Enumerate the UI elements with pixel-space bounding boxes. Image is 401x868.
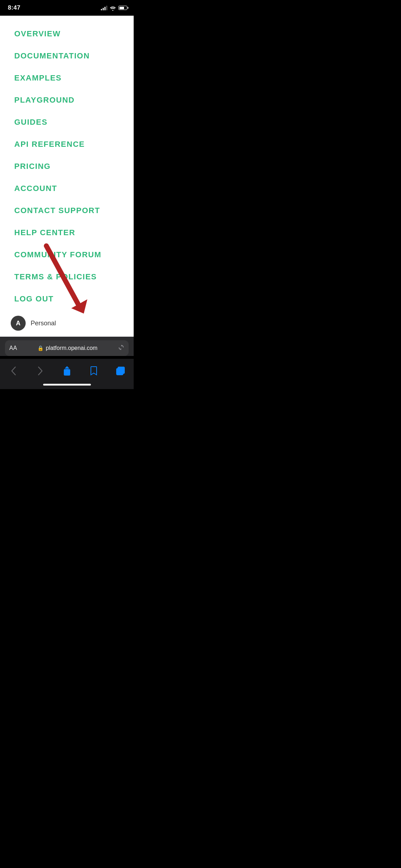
nav-item-playground[interactable]: PLAYGROUND xyxy=(0,89,134,111)
url-text: platform.openai.com xyxy=(46,345,97,351)
nav-link-community-forum[interactable]: COMMUNITY FORUM xyxy=(14,250,102,259)
nav-link-pricing[interactable]: PRICING xyxy=(14,162,51,171)
nav-link-guides[interactable]: GUIDES xyxy=(14,118,47,126)
signal-icon xyxy=(101,6,107,10)
wifi-icon xyxy=(110,6,116,10)
url-container: 🔒 platform.openai.com xyxy=(17,345,118,351)
status-bar: 8:47 xyxy=(0,0,134,16)
lock-icon: 🔒 xyxy=(37,345,43,351)
status-time: 8:47 xyxy=(8,4,20,11)
nav-link-terms-policies[interactable]: TERMS & POLICIES xyxy=(14,272,97,281)
home-bar xyxy=(43,384,91,386)
nav-item-guides[interactable]: GUIDES xyxy=(0,111,134,133)
nav-link-account[interactable]: ACCOUNT xyxy=(14,184,57,193)
nav-item-documentation[interactable]: DOCUMENTATION xyxy=(0,45,134,67)
bookmarks-button[interactable] xyxy=(86,363,102,379)
nav-link-api-reference[interactable]: API REFERENCE xyxy=(14,140,85,149)
nav-item-log-out[interactable]: LOG OUT xyxy=(0,288,134,310)
nav-item-contact-support[interactable]: CONTACT SUPPORT xyxy=(0,200,134,222)
nav-link-contact-support[interactable]: CONTACT SUPPORT xyxy=(14,206,100,215)
back-button[interactable] xyxy=(6,363,21,379)
tabs-button[interactable] xyxy=(113,363,128,379)
home-indicator xyxy=(0,381,134,389)
nav-menu: OVERVIEWDOCUMENTATIONEXAMPLESPLAYGROUNDG… xyxy=(0,23,134,310)
nav-link-log-out[interactable]: LOG OUT xyxy=(14,294,54,303)
battery-icon xyxy=(118,6,127,10)
nav-item-help-center[interactable]: HELP CENTER xyxy=(0,222,134,244)
status-icons xyxy=(101,6,127,10)
font-size-button[interactable]: AA xyxy=(9,345,17,351)
nav-link-help-center[interactable]: HELP CENTER xyxy=(14,228,75,237)
nav-item-community-forum[interactable]: COMMUNITY FORUM xyxy=(0,244,134,266)
nav-item-overview[interactable]: OVERVIEW xyxy=(0,23,134,45)
nav-item-pricing[interactable]: PRICING xyxy=(0,155,134,177)
nav-item-account[interactable]: ACCOUNT xyxy=(0,177,134,200)
share-button[interactable] xyxy=(59,363,75,379)
nav-link-playground[interactable]: PLAYGROUND xyxy=(14,95,74,104)
nav-link-documentation[interactable]: DOCUMENTATION xyxy=(14,51,90,60)
nav-item-api-reference[interactable]: API REFERENCE xyxy=(0,133,134,155)
avatar: A xyxy=(11,316,26,331)
reload-button[interactable] xyxy=(118,344,124,352)
user-name: Personal xyxy=(31,320,56,327)
nav-link-overview[interactable]: OVERVIEW xyxy=(14,29,61,38)
forward-button[interactable] xyxy=(32,363,48,379)
address-bar[interactable]: AA 🔒 platform.openai.com xyxy=(5,340,129,356)
svg-rect-5 xyxy=(118,367,124,373)
browser-chrome: AA 🔒 platform.openai.com xyxy=(0,337,134,356)
user-row[interactable]: A Personal xyxy=(0,310,134,336)
bottom-toolbar xyxy=(0,359,134,381)
nav-link-examples[interactable]: EXAMPLES xyxy=(14,73,62,82)
nav-item-terms-policies[interactable]: TERMS & POLICIES xyxy=(0,266,134,288)
main-content: OVERVIEWDOCUMENTATIONEXAMPLESPLAYGROUNDG… xyxy=(0,16,134,336)
nav-item-examples[interactable]: EXAMPLES xyxy=(0,67,134,89)
